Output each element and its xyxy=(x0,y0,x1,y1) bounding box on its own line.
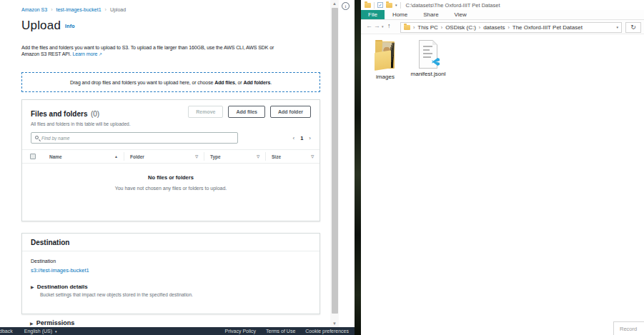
sort-icon: ▽ xyxy=(257,154,259,159)
file-explorer-window: ✓ ▾ C:\datasets\The Oxford-IIIT Pet Data… xyxy=(361,0,644,335)
destination-panel: Destination Destination s3://test-images… xyxy=(21,233,320,314)
info-link[interactable]: Info xyxy=(65,24,75,29)
add-files-button[interactable]: Add files xyxy=(228,106,265,118)
browser-scrollbar: ▲ ▼ xyxy=(330,0,339,327)
add-folder-button[interactable]: Add folder xyxy=(270,106,311,118)
list-item-images-folder[interactable]: images xyxy=(367,40,404,80)
up-icon[interactable]: ↑ xyxy=(387,22,391,29)
jsonl-file-icon xyxy=(419,40,437,69)
scroll-up-icon[interactable]: ▲ xyxy=(330,0,339,7)
caret-down-icon: ▾ xyxy=(55,329,57,334)
aws-footer: Feedback English (US) ▾ Privacy Policy T… xyxy=(0,327,355,335)
feedback-link[interactable]: Feedback xyxy=(0,329,13,334)
destination-label: Destination xyxy=(31,259,311,264)
terms-of-use-link[interactable]: Terms of Use xyxy=(266,329,295,334)
address-separator-icon: › xyxy=(479,25,480,30)
learn-more-link[interactable]: Learn more xyxy=(72,51,97,56)
files-panel-subtitle: All files and folders in this table will… xyxy=(31,121,311,126)
address-bar-row: ← → ▾ ↑ › This PC › OSDisk (C:) › datase… xyxy=(361,20,644,34)
address-dropdown-icon[interactable]: ▾ xyxy=(616,25,618,29)
remove-button[interactable]: Remove xyxy=(188,106,223,118)
breadcrumb-separator-icon: › xyxy=(51,7,52,12)
privacy-policy-link[interactable]: Privacy Policy xyxy=(224,329,256,334)
ribbon-tabs: File Home Share View xyxy=(361,10,644,20)
address-separator-icon: › xyxy=(441,25,442,30)
breadcrumb: Amazon S3 › test-images-bucket1 › Upload xyxy=(21,7,126,12)
address-segment-dataset-folder[interactable]: The Oxford-IIIT Pet Dataset xyxy=(512,24,583,31)
tab-share[interactable]: Share xyxy=(415,10,446,19)
explorer-titlebar[interactable]: ✓ ▾ C:\datasets\The Oxford-IIIT Pet Data… xyxy=(361,0,644,10)
address-segment-this-pc[interactable]: This PC xyxy=(417,24,437,31)
empty-state-title: No files or folders xyxy=(22,174,319,181)
desktop-wallpaper xyxy=(355,0,361,335)
files-panel: Files and folders (0) All files and fold… xyxy=(21,99,320,221)
prev-page-icon[interactable]: ‹ xyxy=(292,135,294,141)
breadcrumb-separator-icon: › xyxy=(105,7,106,12)
quick-access-new-folder-icon[interactable] xyxy=(386,3,392,8)
language-selector[interactable]: English (US) ▾ xyxy=(24,329,57,334)
window-title: C:\datasets\The Oxford-IIIT Pet Dataset xyxy=(406,2,500,9)
vscode-icon xyxy=(432,58,440,66)
search-input[interactable] xyxy=(41,133,234,143)
select-all-checkbox[interactable] xyxy=(30,154,36,159)
column-header-type[interactable]: Type ▽ xyxy=(204,152,265,161)
destination-details-toggle[interactable]: ▶ Destination details xyxy=(31,284,311,290)
explorer-content: images manifest.jsonl xyxy=(361,34,644,335)
address-bar[interactable]: › This PC › OSDisk (C:) › datasets › The… xyxy=(400,22,622,33)
aws-console-pane: Amazon S3 › test-images-bucket1 › Upload… xyxy=(0,0,355,335)
caret-right-icon: ▶ xyxy=(31,284,34,289)
breadcrumb-amazon-s3[interactable]: Amazon S3 xyxy=(21,7,47,12)
next-page-icon[interactable]: › xyxy=(309,135,311,141)
destination-panel-title: Destination xyxy=(22,234,319,251)
quick-access-properties-icon[interactable]: ✓ xyxy=(377,2,383,8)
record-button[interactable]: Record xyxy=(613,321,644,335)
files-panel-title: Files and folders xyxy=(31,110,87,118)
address-separator-icon: › xyxy=(507,25,509,30)
destination-details-subtitle: Bucket settings that impact new objects … xyxy=(40,292,311,297)
breadcrumb-bucket[interactable]: test-images-bucket1 xyxy=(56,7,101,12)
pagination: ‹ 1 › xyxy=(292,135,311,141)
cookie-preferences-link[interactable]: Cookie preferences xyxy=(305,329,349,334)
permissions-toggle[interactable]: ▶ Permissions xyxy=(30,319,74,326)
tab-file[interactable]: File xyxy=(361,10,385,19)
refresh-icon[interactable]: ↻ xyxy=(625,22,641,33)
images-folder-icon xyxy=(373,40,397,71)
column-header-size[interactable]: Size ▽ xyxy=(265,152,319,161)
table-header: Name ▲ Folder ▽ Type ▽ Size ▽ xyxy=(22,149,319,164)
column-header-name[interactable]: Name ▲ xyxy=(44,152,124,161)
forward-icon[interactable]: → xyxy=(374,22,380,29)
caret-right-icon: ▶ xyxy=(30,321,34,326)
item-label: images xyxy=(367,74,404,80)
external-link-icon: ↗ xyxy=(99,52,102,56)
sort-asc-icon: ▲ xyxy=(114,154,118,159)
info-icon[interactable]: i xyxy=(342,2,350,10)
page-number[interactable]: 1 xyxy=(300,135,303,141)
list-item-manifest-file[interactable]: manifest.jsonl xyxy=(408,40,448,77)
files-panel-count: (0) xyxy=(91,110,99,118)
recent-locations-icon[interactable]: ▾ xyxy=(382,24,384,29)
item-label: manifest.jsonl xyxy=(408,71,448,77)
empty-state-subtitle: You have not chosen any files or folders… xyxy=(22,186,319,191)
scroll-down-icon[interactable]: ▼ xyxy=(330,320,339,327)
tab-view[interactable]: View xyxy=(447,10,475,19)
tab-home[interactable]: Home xyxy=(385,10,415,19)
address-segment-osdisk[interactable]: OSDisk (C:) xyxy=(445,24,476,31)
drag-drop-zone[interactable]: Drag and drop files and folders you want… xyxy=(21,72,320,92)
sort-icon: ▽ xyxy=(195,154,198,159)
scrollbar-thumb[interactable] xyxy=(332,8,338,314)
address-separator-icon: › xyxy=(413,25,415,30)
empty-state: No files or folders You have not chosen … xyxy=(22,164,319,191)
screen: Amazon S3 › test-images-bucket1 › Upload… xyxy=(0,0,644,335)
intro-text: Add the files and folders you want to up… xyxy=(21,45,274,57)
column-header-folder[interactable]: Folder ▽ xyxy=(124,152,204,161)
quick-access-customize-icon[interactable]: ▾ xyxy=(395,3,397,7)
divider xyxy=(374,2,375,9)
search-icon xyxy=(35,136,39,139)
address-segment-datasets[interactable]: datasets xyxy=(483,24,505,31)
page-title: UploadInfo xyxy=(21,19,75,33)
destination-bucket-link[interactable]: s3://test-images-bucket1 xyxy=(31,267,311,274)
search-box xyxy=(31,132,238,144)
breadcrumb-upload: Upload xyxy=(110,7,126,12)
divider xyxy=(400,2,401,9)
back-icon[interactable]: ← xyxy=(366,22,372,29)
